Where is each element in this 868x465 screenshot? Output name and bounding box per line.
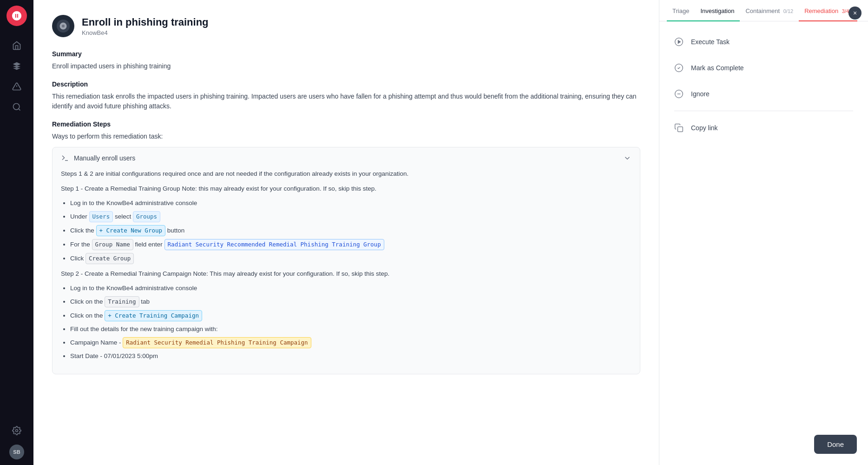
- ignore-button[interactable]: Ignore: [667, 81, 861, 107]
- svg-point-2: [13, 104, 20, 110]
- remediation-steps-intro: Ways to perform this remediation task:: [52, 132, 640, 141]
- execute-task-label: Execute Task: [691, 38, 730, 46]
- step2-list: Log in to the KnowBe4 administrative con…: [61, 283, 631, 361]
- svg-point-4: [16, 430, 18, 432]
- task-app-icon: [52, 15, 74, 37]
- step1-item-5: Click Create Group: [70, 253, 631, 264]
- tag-groups: Groups: [133, 211, 160, 222]
- close-button[interactable]: ×: [848, 7, 861, 20]
- copy-link-label: Copy link: [691, 124, 718, 132]
- copy-link-icon: [672, 121, 685, 134]
- task-title-area: Enroll in phishing training KnowBe4: [82, 16, 209, 36]
- check-circle-icon: [674, 63, 684, 73]
- copy-icon: [674, 123, 684, 133]
- action-panel: × Triage Investigation Containment 0/12 …: [659, 0, 868, 465]
- steps-note: Steps 1 & 2 are initial configurations r…: [61, 169, 631, 179]
- tab-triage[interactable]: Triage: [667, 0, 695, 21]
- mark-complete-icon: [672, 61, 685, 74]
- manual-enroll-title: Manually enroll users: [74, 154, 135, 162]
- tab-investigation-label: Investigation: [700, 7, 734, 14]
- chevron-down-icon: [623, 154, 631, 162]
- summary-text: Enroll impacted users in phishing traini…: [52, 61, 640, 71]
- task-header: Enroll in phishing training KnowBe4: [52, 15, 640, 37]
- tab-triage-label: Triage: [672, 7, 689, 14]
- remediation-steps-label: Remediation Steps: [52, 120, 640, 128]
- step1-item-3: Click the + Create New Group button: [70, 225, 631, 236]
- tag-training: Training: [105, 296, 139, 307]
- svg-line-3: [19, 109, 20, 111]
- description-text: This remediation task enrolls the impact…: [52, 92, 640, 111]
- step1-item-1: Log in to the KnowBe4 administrative con…: [70, 198, 631, 208]
- actions-divider: [674, 111, 853, 111]
- step2-heading: Step 2 - Create a Remedial Training Camp…: [61, 269, 631, 279]
- radiant-logo-icon: [11, 10, 22, 21]
- tabs-container: Triage Investigation Containment 0/12 Re…: [659, 0, 868, 21]
- sidebar: SB: [0, 0, 33, 465]
- tag-campaign-name: Radiant Security Remedial Phishing Train…: [123, 337, 311, 348]
- search-icon: [12, 102, 21, 112]
- tab-remediation-label: Remediation: [804, 7, 838, 14]
- steps-header[interactable]: Manually enroll users: [53, 147, 640, 169]
- svg-marker-9: [678, 40, 680, 44]
- task-detail-panel: Enroll in phishing training KnowBe4 Summ…: [33, 0, 659, 465]
- tag-group-name-value: Radiant Security Recommended Remedial Ph…: [164, 239, 384, 250]
- step1-heading: Step 1 - Create a Remedial Training Grou…: [61, 184, 631, 194]
- step1-item-2: Under Users select Groups: [70, 211, 631, 222]
- execute-task-icon: [672, 35, 685, 48]
- task-title: Enroll in phishing training: [82, 16, 209, 28]
- home-icon: [12, 41, 21, 50]
- tag-create-new-group: + Create New Group: [96, 225, 165, 236]
- terminal-icon: [61, 154, 69, 162]
- tab-investigation[interactable]: Investigation: [695, 0, 740, 21]
- tag-users: Users: [89, 211, 113, 222]
- done-button[interactable]: Done: [814, 435, 857, 454]
- sidebar-item-search[interactable]: [8, 99, 25, 115]
- modal-overlay: Enroll in phishing training KnowBe4 Summ…: [33, 0, 868, 465]
- tag-create-training-campaign: + Create Training Campaign: [105, 310, 202, 321]
- triage-underline: [667, 20, 695, 21]
- sidebar-logo[interactable]: [7, 6, 27, 26]
- svg-point-6: [62, 25, 65, 27]
- manual-enroll-box: Manually enroll users Steps 1 & 2 are in…: [52, 147, 640, 374]
- step1-list: Log in to the KnowBe4 administrative con…: [61, 198, 631, 264]
- step2-item-5: Campaign Name - Radiant Security Remedia…: [70, 337, 631, 348]
- alerts-icon: [12, 82, 21, 91]
- sidebar-item-alerts[interactable]: [8, 78, 25, 95]
- sidebar-item-incidents[interactable]: [8, 58, 25, 74]
- tab-containment-label: Containment: [745, 7, 780, 14]
- svg-rect-13: [678, 127, 683, 132]
- main-area: Enroll in phishing training KnowBe4 Summ…: [33, 0, 868, 465]
- user-avatar[interactable]: SB: [9, 445, 24, 459]
- tag-create-group: Create Group: [85, 253, 134, 264]
- ignore-icon: [672, 87, 685, 100]
- copy-link-button[interactable]: Copy link: [667, 115, 861, 141]
- step1-item-4: For the Group Name field enter Radiant S…: [70, 239, 631, 250]
- tab-containment-badge: 0/12: [783, 8, 793, 14]
- play-circle-icon: [674, 37, 684, 46]
- sidebar-item-settings[interactable]: [8, 422, 25, 439]
- mark-complete-label: Mark as Complete: [691, 64, 744, 72]
- incidents-icon: [12, 61, 21, 71]
- step2-item-2: Click on the Training tab: [70, 296, 631, 307]
- step2-item-6: Start Date - 07/01/2023 5:00pm: [70, 351, 631, 361]
- sidebar-item-home[interactable]: [8, 37, 25, 54]
- investigation-underline: [695, 20, 740, 21]
- mark-complete-button[interactable]: Mark as Complete: [667, 55, 861, 81]
- steps-content: Steps 1 & 2 are initial configurations r…: [53, 169, 640, 374]
- remediation-underline: [799, 20, 857, 21]
- ignore-label: Ignore: [691, 90, 710, 98]
- task-icon-inner: [57, 20, 70, 33]
- summary-label: Summary: [52, 50, 640, 58]
- execute-task-button[interactable]: Execute Task: [667, 29, 861, 55]
- actions-list: Execute Task Mark as Complete: [659, 21, 868, 465]
- knowbe4-icon: [59, 22, 67, 30]
- step2-item-1: Log in to the KnowBe4 administrative con…: [70, 283, 631, 293]
- tag-group-name: Group Name: [92, 239, 133, 250]
- description-label: Description: [52, 80, 640, 88]
- steps-header-left: Manually enroll users: [61, 154, 135, 162]
- minus-circle-icon: [674, 89, 684, 99]
- task-source: KnowBe4: [82, 29, 209, 36]
- step2-item-4: Fill out the details for the new trainin…: [70, 324, 631, 334]
- tab-containment[interactable]: Containment 0/12: [740, 0, 799, 21]
- settings-icon: [12, 426, 21, 435]
